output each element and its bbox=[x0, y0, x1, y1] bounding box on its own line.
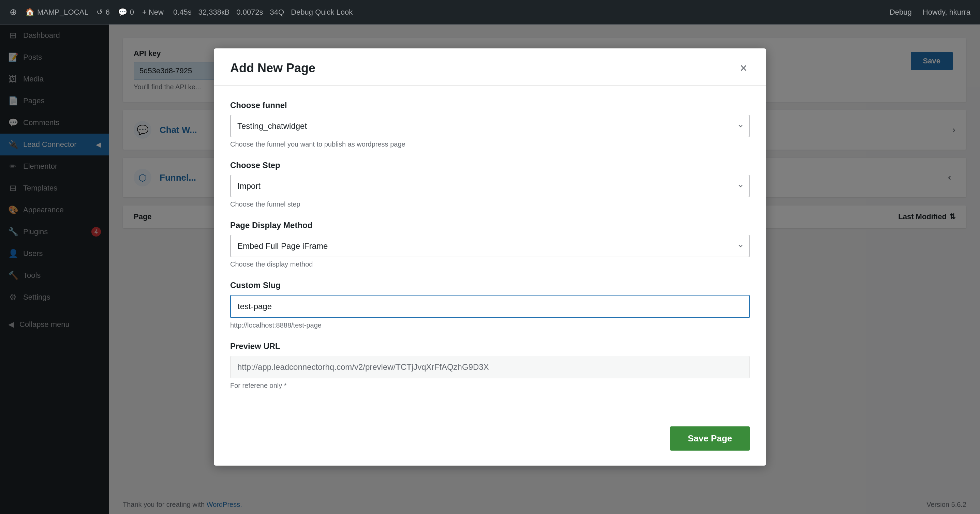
add-new-page-modal: Add New Page × Choose funnel Testing_cha… bbox=[214, 48, 766, 466]
modal-header: Add New Page × bbox=[214, 48, 766, 86]
modal-title: Add New Page bbox=[230, 61, 315, 75]
preview-url-group: Preview URL For referene only * bbox=[230, 341, 750, 390]
save-page-button[interactable]: Save Page bbox=[670, 427, 750, 451]
preview-url-label: Preview URL bbox=[230, 341, 750, 351]
preview-url-hint: For referene only * bbox=[230, 382, 750, 390]
choose-step-group: Choose Step ImportStep 1Step 2 Choose th… bbox=[230, 160, 750, 208]
preview-url-input bbox=[230, 356, 750, 378]
modal-body: Choose funnel Testing_chatwidgetAnother … bbox=[214, 86, 766, 417]
modal-close-button[interactable]: × bbox=[737, 61, 750, 76]
modal-overlay[interactable]: Add New Page × Choose funnel Testing_cha… bbox=[0, 0, 980, 514]
debug-link[interactable]: Debug bbox=[889, 8, 912, 17]
choose-funnel-group: Choose funnel Testing_chatwidgetAnother … bbox=[230, 100, 750, 148]
custom-slug-label: Custom Slug bbox=[230, 281, 750, 290]
choose-funnel-select[interactable]: Testing_chatwidgetAnother FunnelDemo Fun… bbox=[230, 115, 750, 137]
admin-bar: ⊕ 🏠 MAMP_LOCAL ↺ 6 💬 0 + New 0.45s 32,33… bbox=[0, 0, 980, 25]
page-display-label: Page Display Method bbox=[230, 221, 750, 230]
admin-stats: 0.45s 32,338кB 0.0072s 34Q Debug Quick L… bbox=[173, 8, 353, 17]
howdy-text: Howdy, hkurra bbox=[923, 8, 970, 17]
comments-item[interactable]: 💬 0 bbox=[118, 8, 134, 17]
wp-logo-icon: ⊕ bbox=[10, 7, 17, 17]
revisions-item[interactable]: ↺ 6 bbox=[97, 8, 110, 17]
page-display-hint: Choose the display method bbox=[230, 260, 750, 268]
choose-step-label: Choose Step bbox=[230, 160, 750, 170]
choose-funnel-hint: Choose the funnel you want to publish as… bbox=[230, 140, 750, 148]
choose-step-select[interactable]: ImportStep 1Step 2 bbox=[230, 175, 750, 197]
custom-slug-input[interactable] bbox=[230, 295, 750, 318]
choose-funnel-label: Choose funnel bbox=[230, 100, 750, 110]
modal-footer: Save Page bbox=[214, 417, 766, 466]
new-item[interactable]: + New bbox=[142, 8, 164, 17]
site-name[interactable]: 🏠 MAMP_LOCAL bbox=[25, 8, 88, 17]
page-display-group: Page Display Method Embed Full Page iFra… bbox=[230, 221, 750, 268]
choose-step-hint: Choose the funnel step bbox=[230, 200, 750, 208]
page-display-select[interactable]: Embed Full Page iFrameRedirectInline Emb… bbox=[230, 235, 750, 257]
slug-url-hint: http://localhost:8888/test-page bbox=[230, 321, 750, 329]
custom-slug-group: Custom Slug http://localhost:8888/test-p… bbox=[230, 281, 750, 329]
admin-bar-right: Debug Howdy, hkurra bbox=[889, 8, 970, 17]
